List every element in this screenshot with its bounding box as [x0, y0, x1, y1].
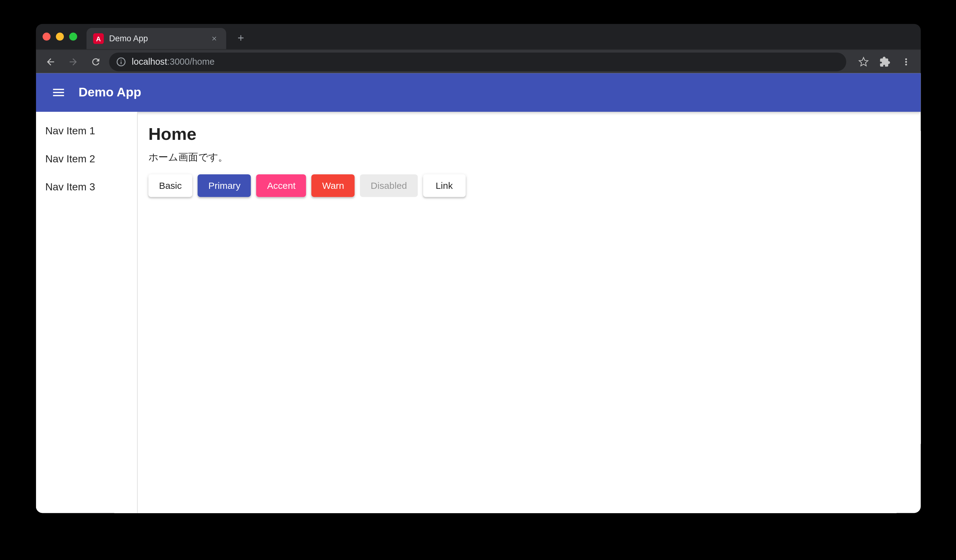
button-row: Basic Primary Accent Warn Disabled Link [148, 175, 910, 197]
arrow-back-icon [45, 57, 56, 67]
more-vert-icon [901, 57, 912, 67]
forward-button[interactable] [64, 52, 82, 71]
app-body: Nav Item 1 Nav Item 2 Nav Item 3 Home ホー… [36, 112, 921, 513]
star-icon [858, 57, 869, 67]
arrow-forward-icon [68, 57, 79, 67]
page-description: ホーム画面です。 [148, 151, 910, 164]
close-icon [211, 35, 218, 42]
url-path: :3000/home [167, 57, 215, 66]
sidenav: Nav Item 1 Nav Item 2 Nav Item 3 [36, 112, 138, 513]
window-minimize-button[interactable] [56, 33, 64, 41]
tab-strip: A Demo App [36, 24, 921, 49]
url-text: localhost:3000/home [132, 57, 215, 66]
hamburger-icon [51, 85, 66, 100]
url-host: localhost [132, 57, 167, 66]
sidenav-item-1[interactable]: Nav Item 1 [36, 117, 137, 145]
primary-button[interactable]: Primary [198, 175, 251, 197]
page-heading: Home [148, 124, 910, 145]
reload-button[interactable] [86, 52, 105, 71]
address-bar[interactable]: localhost:3000/home [109, 52, 846, 71]
link-button[interactable]: Link [423, 175, 465, 197]
browser-menu-button[interactable] [897, 52, 915, 71]
window-maximize-button[interactable] [69, 33, 77, 41]
window-controls [41, 33, 81, 41]
accent-button[interactable]: Accent [256, 175, 307, 197]
app-title: Demo App [79, 85, 142, 100]
sidenav-item-3[interactable]: Nav Item 3 [36, 173, 137, 201]
basic-button[interactable]: Basic [148, 175, 192, 197]
disabled-button: Disabled [360, 175, 418, 197]
back-button[interactable] [41, 52, 60, 71]
sidenav-item-2[interactable]: Nav Item 2 [36, 145, 137, 173]
warn-button[interactable]: Warn [312, 175, 355, 197]
browser-toolbar: localhost:3000/home [36, 49, 921, 73]
tab-close-button[interactable] [209, 33, 220, 44]
extensions-button[interactable] [876, 52, 894, 71]
puzzle-icon [880, 57, 890, 67]
new-tab-button[interactable] [232, 29, 250, 47]
browser-tab[interactable]: A Demo App [86, 28, 226, 49]
bookmark-button[interactable] [854, 52, 873, 71]
app-toolbar: Demo App [36, 73, 921, 112]
browser-window: A Demo App [36, 24, 921, 513]
site-info-button[interactable] [116, 57, 127, 67]
plus-icon [236, 33, 245, 42]
angular-favicon: A [93, 33, 104, 44]
tab-title: Demo App [109, 34, 148, 43]
reload-icon [91, 57, 101, 67]
menu-toggle-button[interactable] [48, 82, 69, 103]
info-icon [116, 57, 127, 67]
main-content: Home ホーム画面です。 Basic Primary Accent Warn … [138, 112, 921, 513]
page-viewport: Demo App Nav Item 1 Nav Item 2 Nav Item … [36, 73, 921, 513]
window-close-button[interactable] [42, 33, 50, 41]
